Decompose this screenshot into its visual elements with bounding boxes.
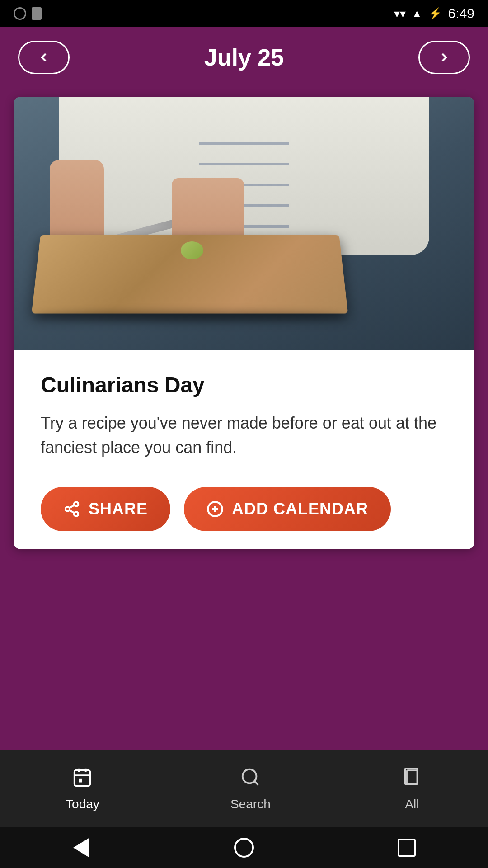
back-icon: [73, 838, 89, 858]
share-svg-icon: [63, 500, 80, 518]
calendar-svg: [72, 767, 93, 788]
all-icon: [402, 767, 422, 793]
holiday-description: Try a recipe you've never made before or…: [41, 411, 447, 460]
status-right: ▾▾ ▲ ⚡ 6:49: [394, 6, 474, 21]
camera-icon: [14, 7, 26, 20]
share-icon: [63, 500, 80, 518]
svg-line-3: [70, 510, 75, 513]
battery-icon: ⚡: [428, 7, 442, 20]
share-label: SHARE: [89, 500, 148, 519]
nav-search-label: Search: [230, 797, 271, 811]
add-calendar-button[interactable]: ADD CALENDAR: [184, 487, 391, 531]
nav-item-today[interactable]: Today: [47, 762, 117, 816]
share-button[interactable]: SHARE: [41, 487, 170, 531]
status-time: 6:49: [448, 6, 474, 21]
svg-rect-12: [79, 778, 83, 782]
plus-svg-icon: [206, 500, 224, 518]
home-button[interactable]: [230, 834, 258, 861]
android-nav: [0, 827, 488, 868]
svg-point-13: [243, 769, 257, 783]
card-actions: SHARE ADD CALENDAR: [41, 487, 447, 531]
nav-item-all[interactable]: All: [384, 762, 441, 816]
plus-icon: [206, 500, 224, 518]
sd-icon: [32, 7, 42, 20]
recents-button[interactable]: [393, 834, 420, 861]
bottom-nav: Today Search All: [0, 750, 488, 827]
status-bar: ▾▾ ▲ ⚡ 6:49: [0, 0, 488, 27]
status-left: [14, 7, 42, 20]
next-button[interactable]: [418, 41, 470, 74]
wifi-icon: ▾▾: [394, 7, 406, 21]
card-image: [14, 97, 474, 350]
card-content: Culinarians Day Try a recipe you've neve…: [14, 350, 474, 549]
header: July 25: [0, 27, 488, 88]
arrow-right-icon: [437, 50, 451, 65]
svg-point-0: [74, 502, 79, 506]
nav-item-search[interactable]: Search: [212, 762, 289, 816]
back-button[interactable]: [68, 834, 95, 861]
signal-icon: ▲: [412, 8, 422, 19]
apron: [59, 97, 429, 255]
search-svg: [240, 767, 261, 788]
page-title: July 25: [204, 44, 284, 71]
svg-point-2: [74, 512, 79, 516]
svg-rect-8: [75, 770, 90, 786]
nav-all-label: All: [405, 797, 419, 811]
holiday-title: Culinarians Day: [41, 373, 447, 397]
arrow-left-icon: [37, 50, 51, 65]
svg-line-4: [70, 505, 75, 508]
recents-icon: [398, 839, 416, 857]
scene: [14, 97, 474, 350]
svg-rect-16: [407, 770, 417, 784]
calendar-icon: [72, 767, 93, 793]
all-svg: [402, 767, 422, 788]
holiday-card: Culinarians Day Try a recipe you've neve…: [14, 97, 474, 549]
vegetable: [181, 241, 203, 259]
prev-button[interactable]: [18, 41, 70, 74]
nav-today-label: Today: [66, 797, 99, 811]
svg-point-1: [66, 507, 70, 511]
add-calendar-label: ADD CALENDAR: [232, 500, 368, 519]
search-icon: [240, 767, 261, 793]
main-content: Culinarians Day Try a recipe you've neve…: [0, 88, 488, 750]
svg-line-14: [254, 781, 258, 784]
home-icon: [234, 838, 254, 858]
